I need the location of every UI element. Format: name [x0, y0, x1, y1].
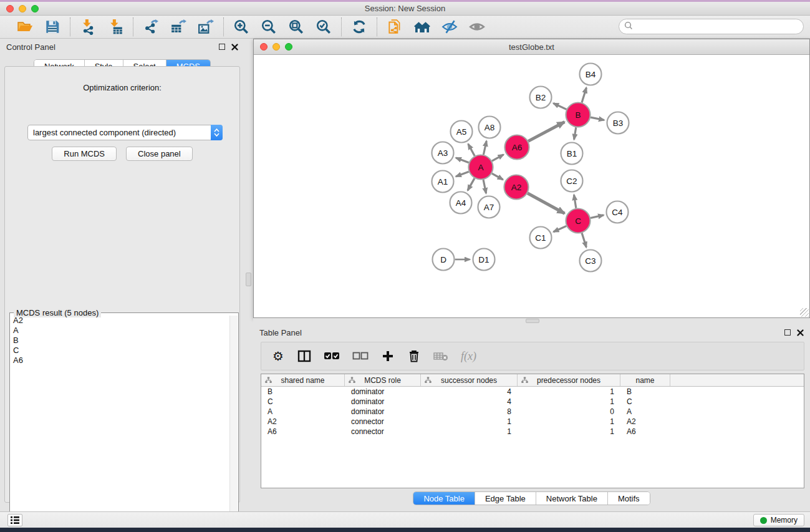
graph-edge-A2-C[interactable]	[528, 193, 564, 213]
zoom-fit-icon[interactable]	[287, 18, 305, 36]
graph-edge-A-A7[interactable]	[483, 180, 486, 193]
create-column-icon[interactable]	[381, 349, 395, 364]
mcds-result-item[interactable]: A2	[11, 316, 229, 326]
network-canvas[interactable]: B4B2BB3A5A8A6A3B1AA1C2A2A4A7C4CC1C3DD1	[254, 55, 809, 317]
mcds-result-item[interactable]: A	[11, 326, 229, 336]
graph-edge-C-C3[interactable]	[582, 233, 586, 248]
network-minimize-button[interactable]	[272, 43, 280, 51]
cell-shared-name: A2	[261, 417, 345, 427]
window-resize-grip[interactable]	[800, 308, 809, 317]
run-mcds-button[interactable]: Run MCDS	[52, 147, 117, 161]
table-row[interactable]: A2connector11A2	[261, 417, 804, 427]
graph-edge-A-A4[interactable]	[468, 178, 475, 191]
network-window-controls	[260, 43, 292, 51]
zoom-out-icon[interactable]	[260, 18, 277, 36]
mcds-result-item[interactable]: A6	[11, 355, 229, 365]
table-panel-header: Table Panel	[253, 324, 810, 341]
column-header-predecessor-nodes[interactable]: predecessor nodes	[518, 374, 620, 386]
graph-edge-B-B2[interactable]	[553, 104, 566, 110]
table-header-row: shared nameMCDS rolesuccessor nodesprede…	[261, 374, 804, 387]
graph-node-label: A7	[484, 203, 494, 212]
show-graphics-details-icon[interactable]	[441, 18, 458, 36]
zoom-selected-icon[interactable]	[315, 18, 332, 36]
new-network-from-selection-icon[interactable]	[386, 18, 403, 36]
tab-network-table[interactable]: Network Table	[536, 492, 608, 505]
divider-grip[interactable]	[526, 319, 539, 323]
status-bar: Memory	[0, 511, 810, 528]
tab-node-table[interactable]: Node Table	[413, 492, 475, 505]
network-close-button[interactable]	[260, 43, 268, 51]
mcds-result-item[interactable]: C	[11, 346, 229, 355]
control-panel: Control Panel NetworkStyleSelectMCDS Opt…	[0, 39, 244, 511]
export-image-icon[interactable]	[197, 18, 215, 36]
graph-edge-C-C4[interactable]	[591, 215, 604, 218]
table-row[interactable]: Cdominator41C	[261, 397, 804, 407]
close-panel-icon[interactable]	[231, 44, 238, 51]
graph-edge-A-A3[interactable]	[456, 158, 469, 163]
search-input[interactable]	[636, 21, 803, 33]
show-columns-icon[interactable]	[297, 349, 311, 364]
network-zoom-button[interactable]	[285, 43, 292, 51]
graph-edge-A-A2[interactable]	[492, 173, 503, 180]
zoom-in-icon[interactable]	[233, 18, 250, 36]
table-panel-title: Table Panel	[259, 328, 302, 337]
delete-columns-icon[interactable]	[407, 349, 421, 364]
deselect-all-icon[interactable]	[352, 349, 369, 364]
minimize-window-button[interactable]	[19, 5, 26, 12]
namespace-icon	[349, 377, 355, 385]
float-panel-icon[interactable]	[784, 329, 791, 336]
table-row[interactable]: A6connector11A6	[261, 427, 804, 437]
criterion-dropdown[interactable]: largest connected component (directed)	[27, 125, 223, 140]
tab-motifs[interactable]: Motifs	[608, 492, 650, 505]
table-options-icon[interactable]: ⚙	[271, 349, 285, 364]
float-panel-icon[interactable]	[219, 44, 225, 50]
import-table-icon[interactable]	[107, 18, 124, 36]
birds-eye-view-icon[interactable]	[468, 18, 486, 36]
node-table[interactable]: shared nameMCDS rolesuccessor nodesprede…	[261, 374, 804, 488]
column-header-name[interactable]: name	[620, 374, 670, 386]
cell-MCDS-role: connector	[345, 417, 421, 427]
save-session-icon[interactable]	[44, 18, 61, 36]
memory-button[interactable]: Memory	[753, 514, 804, 526]
open-session-icon[interactable]	[16, 18, 34, 36]
graph-edge-A6-B[interactable]	[528, 122, 564, 141]
main-title-bar: Session: New Session	[0, 2, 810, 16]
graph-node-label: B	[575, 110, 581, 120]
export-network-icon[interactable]	[142, 18, 160, 36]
graph-node-label: B2	[536, 93, 546, 102]
cell-MCDS-role: dominator	[345, 397, 421, 407]
column-header-shared-name[interactable]: shared name	[261, 374, 345, 386]
refresh-icon[interactable]	[350, 18, 368, 36]
column-header-MCDS-role[interactable]: MCDS role	[345, 374, 421, 386]
import-network-icon[interactable]	[79, 18, 97, 36]
graph-edge-A-A8[interactable]	[483, 141, 486, 155]
search-box[interactable]	[619, 19, 804, 34]
export-table-icon[interactable]	[170, 18, 187, 36]
close-window-button[interactable]	[6, 5, 14, 12]
select-all-icon[interactable]	[324, 349, 340, 364]
table-row[interactable]: Adominator80A	[261, 407, 804, 417]
close-panel-icon[interactable]	[797, 329, 804, 336]
result-scrollbar[interactable]	[229, 316, 238, 525]
graph-edge-B-B3[interactable]	[591, 117, 604, 120]
graph-edge-C-C2[interactable]	[574, 195, 576, 208]
graph-edge-A-A6[interactable]	[492, 155, 504, 161]
column-header-successor-nodes[interactable]: successor nodes	[421, 374, 518, 386]
task-history-button[interactable]	[7, 514, 22, 526]
graph-edge-B-B4[interactable]	[582, 88, 586, 103]
zoom-window-button[interactable]	[31, 5, 39, 12]
graph-edge-A-A1[interactable]	[456, 172, 469, 177]
panel-divider-vertical[interactable]	[244, 39, 253, 511]
graph-edge-A-A5[interactable]	[468, 144, 475, 156]
panel-divider-horizontal[interactable]	[253, 318, 810, 324]
mcds-result-list[interactable]: A2ABCA6	[11, 316, 229, 525]
graph-edge-B-B1[interactable]	[574, 127, 576, 140]
mcds-result-item[interactable]: B	[11, 336, 229, 346]
close-panel-button[interactable]: Close panel	[126, 147, 193, 161]
network-window-title-bar[interactable]: testGlobe.txt	[254, 39, 809, 55]
tab-edge-table[interactable]: Edge Table	[475, 492, 536, 505]
stacked-windows-icon[interactable]	[413, 18, 431, 36]
table-row[interactable]: Bdominator41B	[261, 387, 804, 397]
divider-grip[interactable]	[246, 273, 251, 286]
graph-edge-C-C1[interactable]	[554, 226, 567, 231]
